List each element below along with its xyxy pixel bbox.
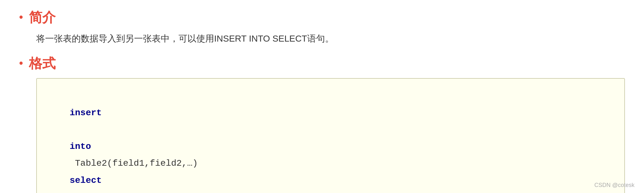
kw-into-1: into [70,142,91,151]
kw-insert-1: insert [70,108,102,118]
format-bullet: • [19,56,23,70]
code-block: insert into Table2(field1,field2,…) sele… [36,78,625,193]
intro-title: 简介 [29,10,56,25]
format-section: • 格式 [19,56,625,71]
code-text-1: Table2(field1,field2,…) [70,158,203,168]
kw-select-1: select [70,176,102,185]
intro-bullet: • [19,10,23,24]
intro-section: • 简介 [19,10,625,25]
intro-description: 将一张表的数据导入到另一张表中，可以使用INSERT INTO SELECT语句… [36,32,625,46]
format-title: 格式 [29,56,56,71]
code-line-1: insert into Table2(field1,field2,…) sele… [48,88,613,193]
watermark: CSDN @cotesk [594,182,634,189]
space-1 [70,125,75,135]
